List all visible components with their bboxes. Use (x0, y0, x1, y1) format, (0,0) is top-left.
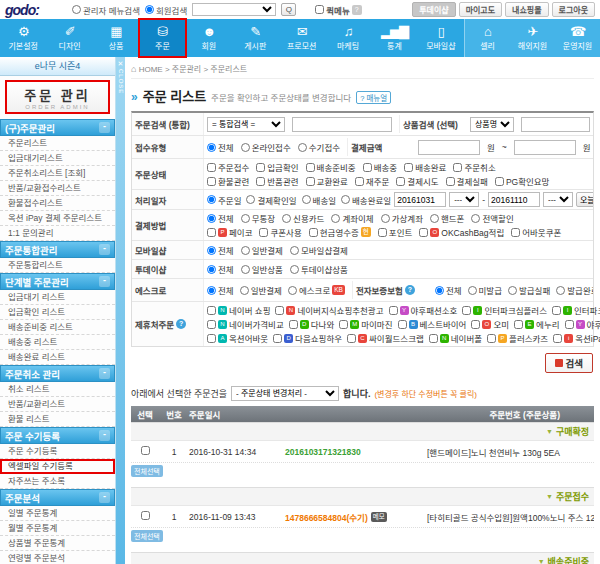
chevron-down-icon[interactable]: ▼ (538, 558, 545, 564)
help-icon[interactable]: ? (405, 285, 415, 295)
product-search-input[interactable] (521, 117, 590, 132)
nav-item[interactable]: ☻ 회원 (186, 19, 232, 57)
sidebar-item[interactable]: 옥션 iPay 결제 주문리스트 (0, 211, 115, 226)
amount-from-input[interactable] (418, 140, 480, 155)
pay-method-checkbox[interactable]: 쿠폰사용 (259, 226, 301, 238)
guarantee-radio[interactable]: 발급완료보기 (556, 284, 593, 296)
sidebar-item[interactable]: 입금대기리스트 (0, 151, 115, 166)
mobileshop-radio[interactable]: 전체 (207, 244, 234, 256)
pay-method-checkbox[interactable]: 포인트 (378, 226, 412, 238)
row-select-checkbox[interactable] (141, 511, 150, 520)
top-search-button[interactable]: Q (281, 3, 296, 16)
pay-method-radio[interactable]: 전체 (207, 212, 234, 224)
affiliate-checkbox[interactable]: D다음쇼핑하우 (273, 332, 342, 344)
affiliate-checkbox[interactable]: N네이버지식쇼핑추천광고 (275, 304, 383, 316)
sidebar-section-manual-entry[interactable]: 주문 수기등록- (0, 427, 115, 444)
mobileshop-radio[interactable]: 일반결제 (241, 244, 283, 256)
sidebar-section-integrated[interactable]: 주문통합관리- (0, 241, 115, 258)
sidebar-item[interactable]: 주문취소리스트 [조회] (0, 166, 115, 181)
todayshop-button[interactable]: 투데이샵 (412, 2, 455, 17)
affiliate-checkbox[interactable]: N네이버가격비교 (207, 318, 284, 330)
select-all-button[interactable]: 전체선택 (131, 530, 163, 542)
sidebar-item[interactable]: 배송완료 리스트 (0, 350, 115, 365)
logout-button[interactable]: 로그아웃 (552, 2, 595, 17)
sidebar-item[interactable]: 상품별 주문통계 (0, 536, 115, 551)
order-state-checkbox[interactable]: PG확인요망 (495, 175, 550, 187)
admin-menu-search-radio[interactable]: 관리자 메뉴검색 (72, 4, 140, 16)
collapse-icon[interactable]: - (99, 122, 110, 133)
sidebar-item[interactable]: 1:1 문의관리 (0, 226, 115, 241)
pay-method-checkbox[interactable]: OOKCashBag적립 (419, 226, 504, 238)
order-state-checkbox[interactable]: 반품관련 (256, 175, 298, 187)
date-type-radio[interactable]: 배송일 (302, 194, 336, 206)
date-to-time-select[interactable]: --- (543, 192, 573, 207)
pay-method-radio[interactable]: 핸드폰 (430, 212, 464, 224)
order-state-checkbox[interactable]: 교환완료 (306, 175, 348, 187)
affiliate-checkbox[interactable]: N네이버폴 (429, 332, 482, 344)
mobileshop-radio[interactable]: 모바일샵결제 (290, 244, 348, 256)
affiliate-checkbox[interactable]: E에누리 (514, 318, 559, 330)
sidebar-section-by-step[interactable]: 단계별 주문관리- (0, 273, 115, 290)
myshop-button[interactable]: 내쇼핑몰 (505, 2, 548, 17)
sidebar-item[interactable]: 자주쓰는 주소록 (0, 474, 115, 489)
quick-menu-help-icon[interactable]: ? (352, 5, 362, 15)
order-number-link[interactable]: 1478666584804(수기) (285, 511, 368, 523)
sidebar-section-analysis[interactable]: 주문분석- (0, 489, 115, 506)
sidebar-close-strip[interactable]: ✕ CLOSE (116, 57, 125, 564)
order-state-checkbox[interactable]: 주문접수 (207, 161, 249, 173)
receipt-type-radio[interactable]: 전체 (207, 141, 234, 153)
order-state-checkbox[interactable]: 결제시도 (396, 175, 438, 187)
pay-method-checkbox[interactable]: 현금영수증현 (309, 226, 371, 238)
sidebar-item[interactable]: 주문 수기등록 (0, 444, 115, 459)
nav-item[interactable]: ⌂ 셀리 (465, 19, 510, 57)
select-all-button[interactable]: 전체선택 (131, 465, 163, 477)
guarantee-radio[interactable]: 미발급 (468, 284, 502, 296)
collapse-icon[interactable]: - (99, 276, 110, 287)
quick-menu-checkbox[interactable]: 퀵메뉴 ? (315, 4, 361, 16)
order-state-checkbox[interactable]: 재주문 (355, 175, 389, 187)
sidebar-item[interactable]: 연령별 주문분석 (0, 551, 115, 564)
affiliate-checkbox[interactable]: A옥션어바웃 (207, 332, 268, 344)
row-select-checkbox[interactable] (141, 446, 150, 455)
sidebar-item[interactable]: 배송준비중 리스트 (0, 320, 115, 335)
collapse-icon[interactable]: - (99, 492, 110, 503)
nav-item[interactable]: ☎ 운영지원 (555, 19, 600, 57)
pay-method-radio[interactable]: 가상계좌 (381, 212, 423, 224)
nav-item[interactable]: ✐ 디자인 (46, 19, 92, 57)
sidebar-item[interactable]: 반품/교환리스트 (0, 397, 115, 412)
nav-item[interactable]: ✉ 프로모션 (278, 19, 324, 57)
order-state-checkbox[interactable]: 입금확인 (256, 161, 298, 173)
sidebar-item[interactable]: 입금대기 리스트 (0, 290, 115, 305)
sidebar-item[interactable]: 취소 리스트 (0, 382, 115, 397)
sidebar-section-old-orders[interactable]: (구)주문관리- (0, 119, 115, 136)
nav-item[interactable]: ✎ 게시판 (232, 19, 278, 57)
escrow-radio[interactable]: 일반결제 (240, 284, 282, 296)
sidebar-item[interactable]: 엑셀파일 수기등록 (0, 459, 115, 474)
pay-method-radio[interactable]: 계좌이체 (331, 212, 373, 224)
help-icon[interactable]: ? (176, 319, 186, 329)
sidebar-section-cancel[interactable]: 주문취소 관리- (0, 365, 115, 382)
affiliate-checkbox[interactable]: I인터파크오픈스타일 (552, 304, 600, 316)
sidebar-item[interactable]: 일별 주문통계 (0, 506, 115, 521)
affiliate-checkbox[interactable]: Y야후가격비교 (565, 318, 600, 330)
date-quick-button[interactable]: 오늘 (576, 192, 593, 207)
pay-method-radio[interactable]: 무통장 (241, 212, 275, 224)
receipt-type-radio[interactable]: 온라인접수 (241, 141, 291, 153)
sidebar-item[interactable]: 입금확인 리스트 (0, 305, 115, 320)
affiliate-checkbox[interactable]: D다나와 (289, 318, 334, 330)
affiliate-checkbox[interactable]: P플러스카즈 (487, 332, 548, 344)
date-from-time-select[interactable]: --- (449, 192, 479, 207)
chevron-down-icon[interactable]: ▼ (546, 493, 553, 500)
product-search-select[interactable]: 상품명 (470, 117, 514, 132)
date-type-radio[interactable]: 배송완료일 (341, 194, 391, 206)
nav-item[interactable]: ⛁ 주문 (139, 19, 185, 57)
affiliate-checkbox[interactable]: N네이버 쇼핑 (207, 304, 270, 316)
nav-item[interactable]: ▂▅▇ 통계 (371, 19, 417, 57)
manual-badge[interactable]: ? 매뉴얼 (356, 91, 391, 104)
pay-method-radio[interactable]: 전액할인 (471, 212, 513, 224)
sidebar-item[interactable]: 반품/교환접수리스트 (0, 181, 115, 196)
escrow-radio[interactable]: 에스크로KB (288, 284, 345, 296)
affiliate-checkbox[interactable]: C싸이월드스크랩 (347, 332, 424, 344)
nav-item[interactable]: ⚙ 기본설정 (0, 19, 46, 57)
affiliate-checkbox[interactable]: i옥션iPay (553, 332, 600, 344)
